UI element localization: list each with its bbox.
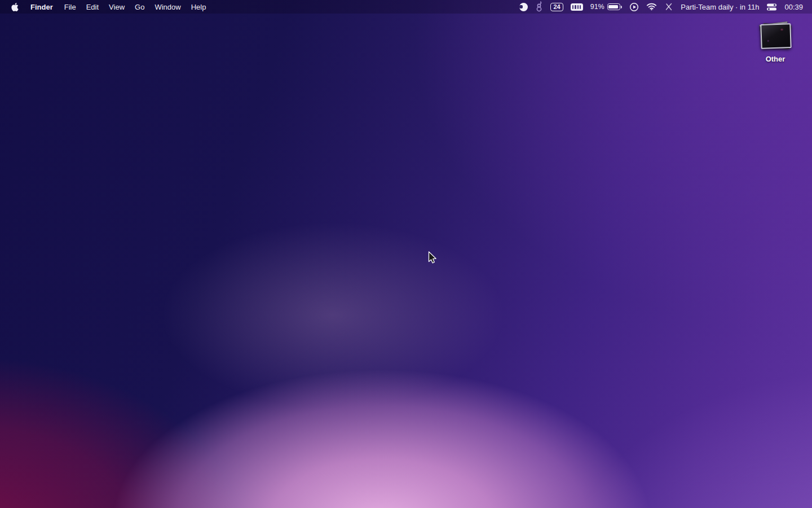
- pencil-slash-icon[interactable]: [664, 2, 673, 11]
- menu-help[interactable]: Help: [186, 3, 211, 11]
- battery-icon: [607, 3, 623, 10]
- app-menu-finder[interactable]: Finder: [24, 3, 59, 11]
- keyboard-battery-icon[interactable]: [571, 3, 583, 11]
- stop-recording-icon[interactable]: [519, 3, 528, 11]
- menu-bar-left: Finder File Edit View Go Window Help: [0, 0, 211, 14]
- menu-bar: Finder File Edit View Go Window Help 24: [0, 0, 812, 14]
- menu-file[interactable]: File: [59, 3, 81, 11]
- apple-logo-icon: [11, 3, 19, 11]
- menu-window[interactable]: Window: [149, 3, 186, 11]
- wifi-icon[interactable]: [646, 3, 657, 11]
- menu-bar-status: 24 91%: [519, 0, 812, 14]
- battery-nub: [621, 6, 623, 8]
- desktop-icon-label: Other: [756, 55, 795, 63]
- calendar-event-text[interactable]: Parti-Team daily · in 11h: [681, 3, 759, 11]
- battery-fill: [608, 5, 617, 9]
- battery-percent: 91%: [590, 3, 604, 11]
- figure-eight-icon[interactable]: [535, 1, 543, 12]
- control-center-icon[interactable]: [766, 3, 777, 11]
- menu-view[interactable]: View: [104, 3, 130, 11]
- apple-menu[interactable]: [0, 0, 24, 14]
- play-icon[interactable]: [629, 2, 639, 12]
- photo-front: [760, 23, 792, 49]
- menu-edit[interactable]: Edit: [81, 3, 104, 11]
- stop-square: [519, 5, 523, 8]
- menu-bar-clock[interactable]: 00:39: [784, 3, 803, 11]
- desktop-icon-other[interactable]: Other: [756, 20, 795, 63]
- photo-stack-icon: [760, 20, 791, 51]
- battery-indicator[interactable]: 91%: [590, 3, 623, 11]
- calendar-day-badge[interactable]: 24: [550, 3, 563, 11]
- desktop-wallpaper: Finder File Edit View Go Window Help 24: [0, 0, 812, 508]
- mouse-cursor: [428, 251, 438, 265]
- menu-go[interactable]: Go: [130, 3, 149, 11]
